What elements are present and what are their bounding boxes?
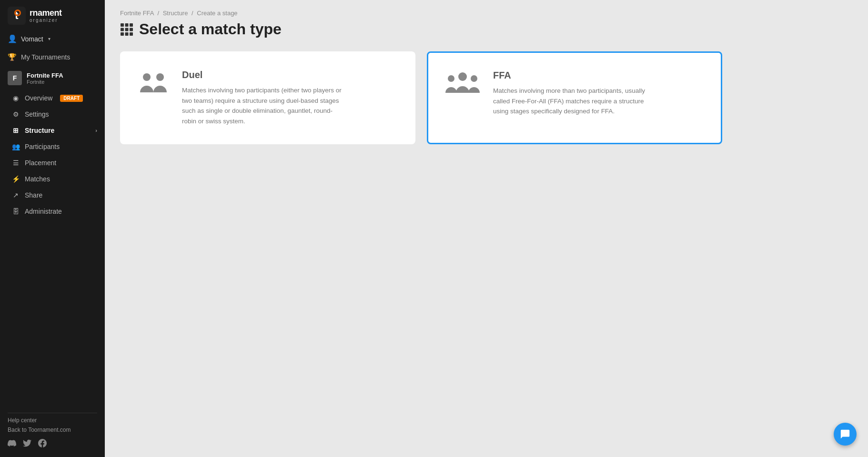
breadcrumb-structure[interactable]: Structure — [163, 10, 188, 17]
social-icons-area — [8, 439, 97, 449]
sidebar-item-settings[interactable]: ⚙ Settings — [0, 106, 105, 122]
overview-label: Overview — [25, 94, 52, 102]
username-label: Vomact — [21, 35, 43, 43]
svg-point-10 — [156, 73, 164, 81]
svg-point-11 — [448, 75, 454, 82]
svg-point-9 — [143, 73, 151, 81]
ffa-title: FFA — [493, 70, 655, 81]
share-icon: ↗ — [11, 191, 20, 199]
settings-icon: ⚙ — [11, 110, 20, 118]
administrate-label: Administrate — [25, 208, 62, 215]
svg-rect-6 — [121, 32, 124, 36]
svg-rect-1 — [125, 23, 129, 27]
twitter-icon[interactable] — [23, 439, 31, 449]
sidebar-item-placement[interactable]: ☰ Placement — [0, 155, 105, 171]
my-tournaments-label: My Tournaments — [21, 53, 70, 61]
svg-point-13 — [471, 75, 477, 82]
svg-rect-7 — [125, 32, 129, 36]
sidebar-item-administrate[interactable]: 🗄 Administrate — [0, 203, 105, 219]
tournament-game: Fortnite — [27, 79, 63, 85]
brand-name: rnament — [30, 9, 62, 18]
duel-title: Duel — [182, 70, 344, 80]
sidebar-item-matches[interactable]: ⚡ Matches — [0, 171, 105, 187]
svg-rect-3 — [121, 28, 124, 31]
logo-icon: t — [8, 7, 26, 25]
user-icon: 👤 — [8, 34, 17, 43]
main-content: Fortnite FFA / Structure / Create a stag… — [105, 0, 868, 457]
sidebar-item-structure[interactable]: ⊞ Structure › — [0, 122, 105, 139]
tournament-logo: F — [8, 71, 22, 85]
chat-fab-button[interactable] — [834, 423, 857, 446]
ffa-content: FFA Matches involving more than two part… — [493, 70, 655, 117]
matches-icon: ⚡ — [11, 175, 20, 183]
grid-icon — [120, 23, 133, 36]
chevron-down-icon: ▾ — [48, 36, 50, 41]
participants-icon: 👥 — [11, 143, 20, 150]
settings-label: Settings — [25, 110, 49, 118]
overview-icon: ◉ — [11, 94, 20, 102]
share-label: Share — [25, 191, 42, 199]
sidebar: t rnament organizer 👤 Vomact ▾ 🏆 My Tour… — [0, 0, 105, 457]
svg-rect-0 — [121, 23, 124, 27]
cards-container: Duel Matches involving two participants … — [120, 51, 853, 144]
tournament-name: Fortnite FFA — [27, 72, 63, 79]
svg-rect-5 — [130, 28, 133, 31]
draft-badge: Draft — [60, 95, 83, 102]
sidebar-footer: Help center Back to Toornament.com — [0, 401, 105, 457]
svg-rect-8 — [130, 32, 133, 36]
breadcrumb-sep-1: / — [157, 10, 159, 17]
breadcrumb: Fortnite FFA / Structure / Create a stag… — [120, 10, 853, 17]
breadcrumb-tournament[interactable]: Fortnite FFA — [120, 10, 154, 17]
discord-icon[interactable] — [8, 439, 16, 449]
logo-area: t rnament organizer — [0, 0, 105, 30]
ffa-card[interactable]: FFA Matches involving more than two part… — [427, 51, 722, 144]
placement-icon: ☰ — [11, 159, 20, 167]
ffa-icon — [444, 70, 482, 99]
user-menu[interactable]: 👤 Vomact ▾ — [0, 30, 105, 48]
tournament-item[interactable]: F Fortnite FFA Fortnite — [0, 66, 105, 90]
trophy-icon: 🏆 — [8, 53, 16, 61]
facebook-icon[interactable] — [38, 439, 47, 449]
back-to-toornament-link[interactable]: Back to Toornament.com — [8, 427, 97, 433]
structure-label: Structure — [25, 127, 54, 134]
administrate-icon: 🗄 — [11, 208, 20, 215]
duel-icon — [136, 70, 171, 98]
matches-label: Matches — [25, 175, 50, 183]
svg-rect-4 — [125, 28, 129, 31]
ffa-description: Matches involving more than two particip… — [493, 86, 655, 117]
sidebar-item-my-tournaments[interactable]: 🏆 My Tournaments — [0, 48, 105, 66]
brand-sub: organizer — [30, 18, 62, 23]
svg-rect-2 — [130, 23, 133, 27]
svg-point-12 — [458, 72, 467, 81]
duel-card[interactable]: Duel Matches involving two participants … — [120, 51, 415, 144]
structure-chevron-icon: › — [95, 128, 97, 133]
duel-content: Duel Matches involving two participants … — [182, 70, 344, 126]
sidebar-item-participants[interactable]: 👥 Participants — [0, 139, 105, 155]
structure-icon: ⊞ — [11, 127, 20, 134]
sidebar-item-overview[interactable]: ◉ Overview Draft — [0, 90, 105, 106]
footer-divider — [8, 413, 97, 413]
tournament-info: Fortnite FFA Fortnite — [27, 72, 63, 85]
sidebar-item-share[interactable]: ↗ Share — [0, 187, 105, 203]
page-header: Select a match type — [120, 20, 853, 38]
page-title: Select a match type — [139, 20, 282, 38]
logo-text: rnament organizer — [30, 9, 62, 23]
breadcrumb-sep-2: / — [192, 10, 193, 17]
duel-description: Matches involving two participants (eith… — [182, 85, 344, 126]
placement-label: Placement — [25, 159, 56, 167]
breadcrumb-current: Create a stage — [197, 10, 237, 17]
help-center-link[interactable]: Help center — [8, 417, 97, 424]
participants-label: Participants — [25, 143, 60, 150]
